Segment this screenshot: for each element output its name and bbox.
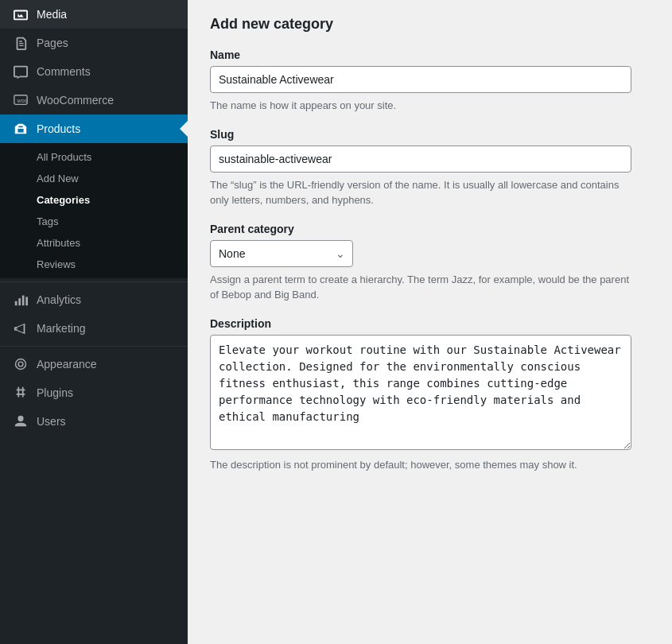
add-category-form: Add new category Name The name is how it… — [210, 16, 650, 472]
woocommerce-icon: woo — [13, 92, 29, 108]
media-icon — [13, 6, 29, 22]
description-hint: The description is not prominent by defa… — [210, 457, 631, 473]
sidebar-item-woocommerce[interactable]: woo WooCommerce — [0, 86, 188, 114]
sidebar-item-pages-label: Pages — [37, 37, 68, 49]
sidebar-sub-reviews[interactable]: Reviews — [0, 254, 188, 275]
svg-rect-2 — [15, 301, 17, 305]
svg-rect-4 — [22, 296, 25, 306]
sidebar-item-woocommerce-label: WooCommerce — [37, 94, 114, 107]
marketing-icon — [13, 320, 29, 336]
parent-category-field: Parent category None ⌄ Assign a parent t… — [210, 223, 650, 303]
slug-field: Slug The “slug” is the URL-friendly vers… — [210, 128, 650, 208]
users-icon — [13, 413, 29, 429]
description-textarea[interactable]: Elevate your workout routine with our Su… — [210, 335, 631, 450]
sidebar-item-media-label: Media — [37, 8, 67, 21]
sidebar-item-analytics[interactable]: Analytics — [0, 285, 188, 314]
sidebar-item-appearance[interactable]: Appearance — [0, 350, 188, 378]
sidebar-item-media[interactable]: Media — [0, 0, 188, 29]
sidebar-item-comments[interactable]: Comments — [0, 57, 188, 86]
parent-category-select[interactable]: None — [210, 240, 353, 267]
sidebar-sub-all-products[interactable]: All Products — [0, 146, 188, 168]
products-submenu: All Products Add New Categories Tags Att… — [0, 143, 188, 278]
svg-rect-5 — [25, 297, 28, 305]
sidebar-item-products-label: Products — [37, 122, 80, 135]
sidebar-item-marketing-label: Marketing — [37, 322, 85, 335]
sidebar-sub-categories[interactable]: Categories — [0, 189, 188, 211]
sidebar-item-analytics-label: Analytics — [37, 293, 81, 306]
form-title: Add new category — [210, 16, 650, 33]
slug-label: Slug — [210, 128, 650, 141]
parent-category-hint: Assign a parent term to create a hierarc… — [210, 272, 631, 303]
products-icon — [13, 121, 29, 137]
sidebar-item-pages[interactable]: Pages — [0, 29, 188, 57]
sidebar-item-plugins-label: Plugins — [37, 386, 73, 399]
name-input[interactable] — [210, 66, 631, 93]
slug-input[interactable] — [210, 145, 631, 173]
description-label: Description — [210, 317, 650, 330]
description-field: Description Elevate your workout routine… — [210, 317, 650, 473]
sidebar: Media Pages Comments woo WooCommerce Pro… — [0, 0, 188, 644]
sidebar-sub-tags[interactable]: Tags — [0, 211, 188, 232]
pages-icon — [13, 35, 29, 51]
slug-hint: The “slug” is the URL-friendly version o… — [210, 177, 631, 208]
main-content: Add new category Name The name is how it… — [188, 0, 672, 644]
parent-select-wrapper: None ⌄ — [210, 240, 353, 267]
comments-icon — [13, 64, 29, 80]
sidebar-sub-add-new[interactable]: Add New — [0, 168, 188, 189]
name-field: Name The name is how it appears on your … — [210, 48, 650, 114]
name-label: Name — [210, 48, 650, 61]
sidebar-item-marketing[interactable]: Marketing — [0, 314, 188, 343]
sidebar-item-users-label: Users — [37, 415, 66, 428]
plugins-icon — [13, 385, 29, 401]
svg-rect-3 — [18, 298, 21, 305]
sidebar-item-products[interactable]: Products — [0, 114, 188, 143]
sidebar-item-appearance-label: Appearance — [37, 358, 97, 370]
sidebar-item-users[interactable]: Users — [0, 407, 188, 436]
name-hint: The name is how it appears on your site. — [210, 98, 631, 114]
sidebar-item-plugins[interactable]: Plugins — [0, 378, 188, 407]
parent-category-label: Parent category — [210, 223, 650, 235]
sidebar-item-comments-label: Comments — [37, 65, 91, 78]
analytics-icon — [13, 292, 29, 308]
svg-text:woo: woo — [17, 97, 28, 104]
appearance-icon — [13, 356, 29, 372]
sidebar-sub-attributes[interactable]: Attributes — [0, 232, 188, 254]
